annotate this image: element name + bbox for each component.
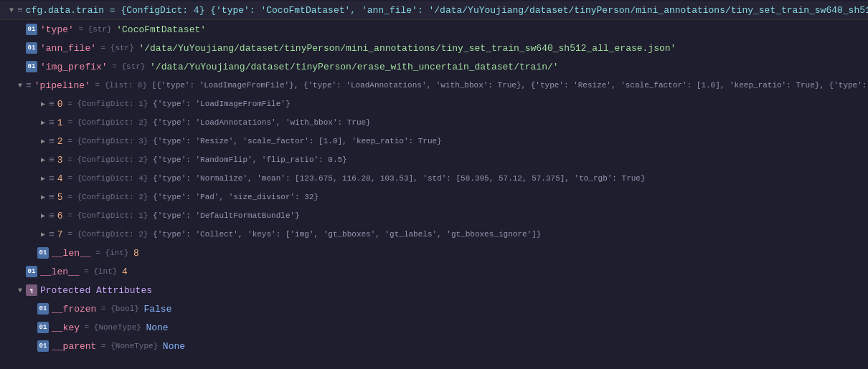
p2-list-icon: ≡ <box>49 136 55 147</box>
ann-file-type: = {str} <box>96 44 138 52</box>
p1-type: = {ConfigDict: 2} <box>63 118 153 127</box>
protected-toggle[interactable] <box>14 284 26 296</box>
key-p1: 1 <box>57 118 63 128</box>
key-type: 'type' <box>40 24 74 35</box>
root-len-badge: 01 <box>26 266 37 277</box>
p0-list-icon: ≡ <box>49 99 55 110</box>
pipeline-6-row[interactable]: ≡ 6 = {ConfigDict: 1} {'type': 'DefaultF… <box>0 206 868 225</box>
frozen-type: = {bool} <box>96 305 143 313</box>
root-len-type: = {int} <box>80 267 122 276</box>
p3-list-icon: ≡ <box>49 155 55 166</box>
p4-list-icon: ≡ <box>49 173 55 184</box>
val-p4: {'type': 'Normalize', 'mean': [123.675, … <box>153 174 646 183</box>
val-type: 'CocoFmtDataset' <box>116 24 206 35</box>
pipeline-0-row[interactable]: ≡ 0 = {ConfigDict: 1} {'type': 'LoadImag… <box>0 95 868 113</box>
frozen-badge: 01 <box>37 303 49 315</box>
p1-toggle[interactable] <box>37 117 49 128</box>
val-p1: {'type': 'LoadAnnotations', 'with_bbox':… <box>153 118 371 127</box>
key-p0: 0 <box>57 99 63 110</box>
key-p7: 7 <box>57 229 63 240</box>
img-prefix-type: = {str} <box>108 62 150 71</box>
pipeline-len-type: = {int} <box>91 249 133 257</box>
p4-toggle[interactable] <box>37 173 49 184</box>
pipeline-1-row[interactable]: ≡ 1 = {ConfigDict: 2} {'type': 'LoadAnno… <box>0 113 868 132</box>
frozen-row[interactable]: 01 __frozen = {bool} False <box>0 299 868 318</box>
pipeline-row[interactable]: ≡ 'pipeline' = {list: 8} [{'type': 'Load… <box>0 76 868 95</box>
val-img-prefix: '/data/YuYoujiang/dataset/tinyPerson/era… <box>150 62 559 72</box>
p7-list-icon: ≡ <box>49 229 55 240</box>
val-root-len: 4 <box>122 267 128 277</box>
pipeline-3-row[interactable]: ≡ 3 = {ConfigDict: 2} {'type': 'RandomFl… <box>0 150 868 169</box>
pipeline-len-row[interactable]: 01 __len__ = {int} 8 <box>0 244 868 262</box>
key-p3: 3 <box>57 155 63 166</box>
p1-list-icon: ≡ <box>49 118 55 128</box>
val-pipeline-inline: [{'type': 'LoadImageFromFile'}, {'type':… <box>152 81 868 90</box>
p6-toggle[interactable] <box>37 210 49 221</box>
key-key: __key <box>52 322 80 333</box>
root-len-row[interactable]: 01 __len__ = {int} 4 <box>0 262 868 281</box>
key-p6: 6 <box>57 211 63 221</box>
p7-toggle[interactable] <box>37 229 49 240</box>
parent-type: = {NoneType} <box>96 342 162 350</box>
key-frozen: __frozen <box>52 304 96 315</box>
p3-toggle[interactable] <box>37 154 49 166</box>
p2-toggle[interactable] <box>37 135 49 147</box>
val-p3: {'type': 'RandomFlip', 'flip_ratio': 0.5… <box>153 155 347 164</box>
top-bar-key: cfg.data.train = {ConfigDict: 4} {'type'… <box>26 5 868 16</box>
key-root-len: __len__ <box>40 267 80 277</box>
val-parent: None <box>163 341 185 352</box>
val-p7: {'type': 'Collect', 'keys': ['img', 'gt_… <box>153 230 541 239</box>
key-ann-file: 'ann_file' <box>40 43 96 54</box>
img-prefix-badge: 01 <box>26 61 37 72</box>
p0-toggle[interactable] <box>37 98 49 110</box>
p2-type: = {ConfigDict: 3} <box>63 137 153 145</box>
key-img-prefix: 'img_prefix' <box>40 62 108 72</box>
protected-badge: ¶ <box>26 284 37 296</box>
p6-type: = {ConfigDict: 1} <box>63 211 153 220</box>
val-ann-file: '/data/YuYoujiang/dataset/tinyPerson/min… <box>138 43 676 54</box>
parent-badge: 01 <box>37 340 49 352</box>
val-pipeline-len: 8 <box>133 248 139 259</box>
key-p5: 5 <box>57 192 63 203</box>
top-toggle-icon[interactable] <box>6 5 17 16</box>
parent-row[interactable]: 01 __parent = {NoneType} None <box>0 337 868 355</box>
p0-type: = {ConfigDict: 1} <box>63 100 153 108</box>
top-bar-row[interactable]: ≡ cfg.data.train = {ConfigDict: 4} {'typ… <box>0 1 868 20</box>
key-pipeline: 'pipeline' <box>34 80 90 91</box>
img-prefix-row[interactable]: 01 'img_prefix' = {str} '/data/YuYoujian… <box>0 57 868 76</box>
val-frozen: False <box>143 304 171 315</box>
p3-type: = {ConfigDict: 2} <box>63 155 153 164</box>
pipeline-2-row[interactable]: ≡ 2 = {ConfigDict: 3} {'type': 'Resize',… <box>0 132 868 150</box>
type-row[interactable]: 01 'type' = {str} 'CocoFmtDataset' <box>0 20 868 39</box>
key-badge: 01 <box>37 322 49 333</box>
type-badge-obj: 01 <box>26 24 37 35</box>
key-type: = {NoneType} <box>80 323 146 332</box>
pipeline-type: = {list: 8} <box>90 81 152 90</box>
type-hint: = {str} <box>74 25 116 34</box>
val-p0: {'type': 'LoadImageFromFile'} <box>153 100 290 108</box>
pipeline-toggle[interactable] <box>14 80 26 91</box>
p6-list-icon: ≡ <box>49 211 55 221</box>
val-p2: {'type': 'Resize', 'scale_factor': [1.0]… <box>153 137 442 145</box>
list-icon: ≡ <box>17 5 23 16</box>
val-key: None <box>146 322 168 333</box>
p5-toggle[interactable] <box>37 191 49 203</box>
p7-type: = {ConfigDict: 2} <box>63 230 153 239</box>
pipeline-len-badge: 01 <box>37 247 49 259</box>
key-p4: 4 <box>57 173 63 184</box>
pipeline-4-row[interactable]: ≡ 4 = {ConfigDict: 4} {'type': 'Normaliz… <box>0 169 868 188</box>
ann-file-badge: 01 <box>26 42 37 54</box>
p5-type: = {ConfigDict: 2} <box>63 193 153 201</box>
key-parent: __parent <box>52 341 96 352</box>
key-pipeline-len: __len__ <box>52 248 91 259</box>
tree-container: ≡ cfg.data.train = {ConfigDict: 4} {'typ… <box>0 0 868 369</box>
pipeline-7-row[interactable]: ≡ 7 = {ConfigDict: 2} {'type': 'Collect'… <box>0 225 868 244</box>
protected-label: Protected Attributes <box>40 285 152 296</box>
key-row[interactable]: 01 __key = {NoneType} None <box>0 318 868 337</box>
protected-section-row[interactable]: ¶ Protected Attributes <box>0 281 868 299</box>
pipeline-list-icon: ≡ <box>26 80 32 91</box>
ann-file-row[interactable]: 01 'ann_file' = {str} '/data/YuYoujiang/… <box>0 39 868 57</box>
pipeline-5-row[interactable]: ≡ 5 = {ConfigDict: 2} {'type': 'Pad', 's… <box>0 188 868 206</box>
key-p2: 2 <box>57 136 63 147</box>
p4-type: = {ConfigDict: 4} <box>63 174 153 183</box>
